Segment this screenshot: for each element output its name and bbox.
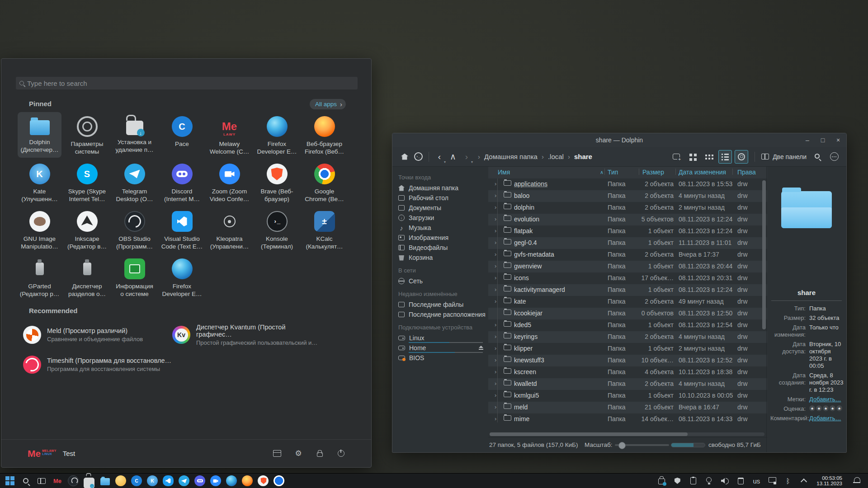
sidebar-item[interactable]: Linux (392, 333, 488, 343)
taskbar-app-button[interactable] (194, 475, 205, 486)
app-tile[interactable]: Веб-браузер Firefox (Веб… (302, 112, 346, 158)
expander-icon[interactable]: › (495, 368, 496, 375)
sidebar-item[interactable]: Загрузки (392, 213, 488, 223)
file-row[interactable]: › kactivitymanagerd Папка 1 объект 08.11… (488, 284, 767, 296)
column-header-date[interactable]: Дата изменения (679, 169, 726, 176)
app-tile[interactable]: ± KCalc (Калькулят… (302, 207, 346, 253)
app-tile[interactable]: ›_ Konsole (Терминал) (255, 207, 299, 253)
tray-icon[interactable] (657, 476, 666, 485)
expander-icon[interactable]: › (495, 192, 496, 199)
recommended-item[interactable]: Timeshift (Программа для восстановле… Пр… (23, 350, 172, 380)
expander-icon[interactable]: › (495, 415, 496, 422)
sidebar-item[interactable]: Документы (392, 203, 488, 213)
shutdown-button[interactable] (337, 450, 345, 458)
sidebar-item[interactable]: Корзина (392, 253, 488, 263)
taskbar-app-button[interactable] (163, 475, 174, 486)
app-tile[interactable]: Firefox Developer E… (255, 112, 299, 158)
column-header-permissions[interactable]: Права (737, 169, 756, 176)
brand-logo[interactable]: Me MELAWY LINUX (28, 449, 57, 458)
melawy-button[interactable]: Me (52, 475, 63, 486)
expander-icon[interactable]: › (495, 380, 496, 387)
window-overview-button[interactable] (36, 475, 47, 486)
tray-icon[interactable] (673, 476, 682, 485)
app-tile[interactable]: Параметры системы (65, 112, 109, 158)
minimize-button[interactable]: – (804, 136, 811, 144)
tray-icon[interactable] (768, 476, 777, 485)
tray-icon[interactable] (689, 476, 698, 485)
expander-icon[interactable]: › (495, 204, 496, 211)
column-header-type[interactable]: Тип (608, 169, 618, 176)
search-box[interactable] (16, 77, 358, 89)
back-button[interactable]: ‹▾ (433, 150, 446, 164)
file-manager-button[interactable] (273, 450, 281, 458)
file-row[interactable]: › baloo Папка 2 объекта 4 минуты назад d… (488, 190, 767, 202)
search-button[interactable] (811, 150, 825, 164)
file-row[interactable]: › klipper Папка 1 объект 2 минуты назад … (488, 343, 767, 355)
info-field-value[interactable]: Добавить… (809, 415, 841, 422)
close-button[interactable]: × (835, 136, 842, 144)
info-field-value[interactable]: 32 объекта (809, 314, 840, 321)
breadcrumb-item[interactable]: .local (548, 153, 564, 160)
file-row[interactable]: › flatpak Папка 1 объект 08.11.2023 в 12… (488, 225, 767, 237)
file-row[interactable]: › gwenview Папка 1 объект 08.11.2023 в 2… (488, 261, 767, 272)
file-row[interactable]: › kcookiejar Папка 0 объектов 08.11.2023… (488, 308, 767, 319)
split-view-button[interactable] (761, 150, 769, 164)
sidebar-item[interactable]: Сеть (392, 276, 488, 286)
app-tile[interactable]: K Kate (Улучшенн… (18, 160, 61, 205)
sidebar-item[interactable]: Последние файлы (392, 300, 488, 310)
app-tile[interactable]: Inkscape (Редактор в… (65, 207, 109, 253)
recommended-item[interactable]: Kv Диспетчер Kvantum (Простой графичес… … (172, 320, 321, 350)
expander-icon[interactable]: › (495, 286, 496, 293)
expander-icon[interactable]: › (495, 345, 496, 352)
taskbar-app-button[interactable]: C (131, 475, 142, 486)
expander-icon[interactable]: › (495, 263, 496, 269)
file-row[interactable]: › applications Папка 2 объекта 08.11.202… (488, 178, 767, 190)
file-row[interactable]: › gegl-0.4 Папка 1 объект 11.11.2023 в 1… (488, 237, 767, 249)
sidebar-item[interactable]: Видеофайлы (392, 243, 488, 253)
expander-icon[interactable]: › (495, 251, 496, 258)
file-row[interactable]: › dolphin Папка 2 объекта 2 минуты назад… (488, 202, 767, 214)
app-tile[interactable]: Диспетчер разделов о… (65, 254, 109, 300)
up-button[interactable]: ∧ (446, 150, 460, 164)
sidebar-item[interactable]: Домашняя папка (392, 183, 488, 193)
tray-icon[interactable] (704, 476, 713, 485)
taskbar-app-button[interactable] (242, 475, 253, 486)
tray-icon[interactable] (736, 476, 745, 485)
file-row[interactable]: › knewstuff3 Папка 10 объек… 08.11.2023 … (488, 355, 767, 366)
home-button[interactable] (398, 150, 411, 164)
sidebar-item[interactable]: Home (392, 343, 488, 353)
info-field-value[interactable]: Добавить… (809, 396, 841, 403)
taskbar-app-button[interactable]: K (147, 475, 158, 486)
lock-button[interactable] (316, 450, 324, 458)
app-tile[interactable]: Me LAWY Melawy Welcome (C… (208, 112, 251, 158)
app-tile[interactable]: Установка и удаление п… (113, 112, 156, 158)
info-field-value[interactable]: Среда, 8 ноября 2023 г. в 12:23 (809, 372, 844, 393)
all-apps-button[interactable]: All apps › (310, 99, 346, 109)
info-field-value[interactable]: Папка (809, 305, 826, 312)
column-header-size[interactable]: Размер (642, 169, 664, 176)
taskbar-app-button[interactable] (84, 475, 94, 486)
app-tile[interactable]: Firefox Developer E… (160, 254, 204, 300)
app-tile[interactable]: GNU Image Manipulatio… (18, 207, 61, 253)
app-tile[interactable]: C Pace (160, 112, 204, 158)
sidebar-item[interactable]: Последние расположения (392, 310, 488, 319)
app-tile[interactable]: Dolphin (Диспетчер… (18, 112, 61, 158)
file-row[interactable]: › kxmlgui5 Папка 1 объект 10.10.2023 в 0… (488, 390, 767, 402)
tray-icon[interactable] (799, 476, 808, 485)
horizontal-scrollbar[interactable] (490, 432, 764, 436)
file-row[interactable]: › kded5 Папка 1 объект 08.11.2023 в 12:5… (488, 319, 767, 331)
app-tile[interactable]: Информация о системе (113, 254, 156, 300)
split-view-label[interactable]: Две панели (773, 153, 807, 160)
file-row[interactable]: › gvfs-metadata Папка 2 объекта Вчера в … (488, 249, 767, 261)
eject-icon[interactable] (478, 346, 484, 350)
expander-icon[interactable]: › (495, 392, 496, 399)
taskbar-app-button[interactable] (258, 475, 269, 486)
tray-icon[interactable] (720, 476, 729, 485)
user-terminal-button[interactable]: ›_ (411, 150, 425, 164)
tray-icon[interactable]: ᛒ (783, 476, 793, 485)
expander-icon[interactable]: › (495, 333, 496, 340)
icons-view-button[interactable] (686, 150, 699, 164)
sidebar-item[interactable]: Изображения (392, 233, 488, 243)
file-row[interactable]: › keyrings Папка 2 объекта 4 минуты наза… (488, 331, 767, 343)
forward-button[interactable]: ›▾ (460, 150, 473, 164)
